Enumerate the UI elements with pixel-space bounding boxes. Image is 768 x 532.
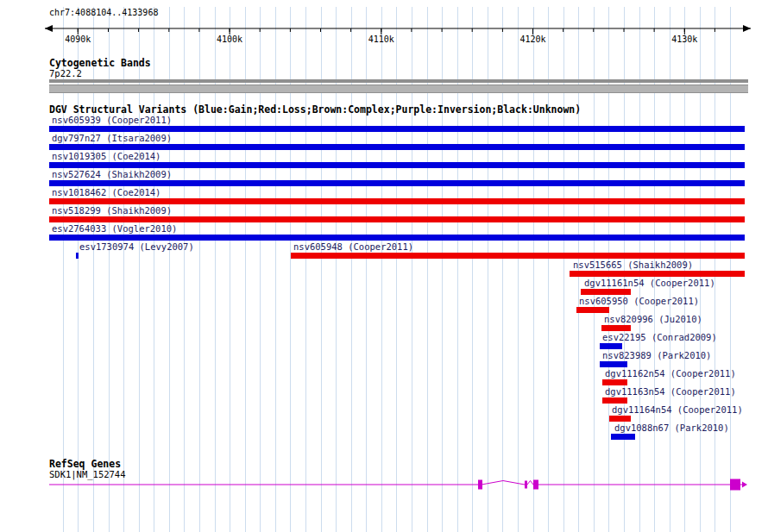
gene-exon[interactable] xyxy=(478,480,482,490)
variant-label-nsv518299[interactable]: nsv518299 (Shaikh2009) xyxy=(52,206,172,216)
gene-exon[interactable] xyxy=(525,481,527,489)
variant-bar-nsv605939[interactable] xyxy=(49,126,745,132)
variant-bar-esv1730974[interactable] xyxy=(76,253,79,259)
variant-label-esv22195[interactable]: esv22195 (Conrad2009) xyxy=(602,333,717,342)
ruler-tick-label: 4090k xyxy=(65,34,91,44)
variant-label-esv2764033[interactable]: esv2764033 (Vogler2010) xyxy=(52,224,177,234)
variant-bar-nsv527624[interactable] xyxy=(49,180,745,186)
cytoband-bar-top xyxy=(49,79,748,83)
variant-bar-dgv11163n54[interactable] xyxy=(602,397,627,404)
variant-bar-dgv1088n67[interactable] xyxy=(611,434,635,440)
variant-label-nsv515665[interactable]: nsv515665 (Shaikh2009) xyxy=(573,260,693,270)
variant-label-nsv1018462[interactable]: nsv1018462 (Coe2014) xyxy=(52,188,161,197)
variant-label-nsv605950[interactable]: nsv605950 (Cooper2011) xyxy=(579,297,699,306)
gene-direction-arrow-icon xyxy=(742,482,747,488)
cytoband-bar[interactable] xyxy=(49,84,748,93)
ruler-right-arrow-icon xyxy=(743,25,751,32)
ruler-tick-label: 4100k xyxy=(217,34,242,44)
variant-label-nsv823989[interactable]: nsv823989 (Park2010) xyxy=(602,351,711,360)
variant-label-dgv11164n54[interactable]: dgv11164n54 (Cooper2011) xyxy=(612,405,743,415)
variant-bar-dgv11161n54[interactable] xyxy=(581,289,631,295)
variant-bar-dgv11162n54[interactable] xyxy=(602,379,627,385)
ruler-tick-label: 4110k xyxy=(368,34,394,44)
variant-label-nsv605939[interactable]: nsv605939 (Cooper2011) xyxy=(52,116,172,125)
variant-bar-nsv515665[interactable] xyxy=(570,271,745,277)
variant-label-dgv11162n54[interactable]: dgv11162n54 (Cooper2011) xyxy=(605,369,736,379)
variant-bar-nsv518299[interactable] xyxy=(49,216,745,222)
variant-label-dgv11161n54[interactable]: dgv11161n54 (Cooper2011) xyxy=(584,279,715,288)
variant-bar-dgv797n27[interactable] xyxy=(49,144,745,150)
refseq-track-title: RefSeq Genes xyxy=(49,458,121,470)
variant-bar-dgv11164n54[interactable] xyxy=(609,416,631,422)
variant-bar-nsv820996[interactable] xyxy=(601,325,631,331)
variant-label-nsv605948[interactable]: nsv605948 (Cooper2011) xyxy=(293,242,413,252)
cytogenetic-bands-title: Cytogenetic Bands xyxy=(49,57,151,69)
variant-bar-esv2764033[interactable] xyxy=(49,235,745,241)
genome-browser-panel: chr7:4088104..4133968 4090k4100k4110k412… xyxy=(0,0,768,532)
ruler-left-arrow-icon xyxy=(45,25,53,32)
cytoband-name: 7p22.2 xyxy=(49,68,82,78)
variant-bar-esv22195[interactable] xyxy=(600,343,622,349)
gene-model-glyph[interactable] xyxy=(0,473,768,498)
ruler-tick-label: 4130k xyxy=(671,34,697,44)
region-label: chr7:4088104..4133968 xyxy=(49,8,158,17)
variant-label-nsv1019305[interactable]: nsv1019305 (Coe2014) xyxy=(52,152,161,161)
variant-label-dgv1088n67[interactable]: dgv1088n67 (Park2010) xyxy=(614,423,729,433)
variant-label-nsv527624[interactable]: nsv527624 (Shaikh2009) xyxy=(52,170,172,179)
variant-bar-nsv1018462[interactable] xyxy=(49,198,745,204)
gene-exon[interactable] xyxy=(533,480,538,490)
dgv-track-title: DGV Structural Variants (Blue:Gain;Red:L… xyxy=(49,103,581,116)
ruler-tick-label: 4120k xyxy=(519,34,545,44)
variant-bar-nsv605948[interactable] xyxy=(291,253,745,259)
variant-label-esv1730974[interactable]: esv1730974 (Levy2007) xyxy=(79,242,194,252)
coordinate-ruler: 4090k4100k4110k4120k4130k xyxy=(0,19,768,47)
variant-label-dgv797n27[interactable]: dgv797n27 (Itsara2009) xyxy=(52,134,172,143)
variant-bar-nsv605950[interactable] xyxy=(576,307,609,313)
gene-exon[interactable] xyxy=(730,479,740,491)
variant-bar-nsv823989[interactable] xyxy=(600,361,627,367)
variant-label-nsv820996[interactable]: nsv820996 (Ju2010) xyxy=(604,315,702,324)
variant-label-dgv11163n54[interactable]: dgv11163n54 (Cooper2011) xyxy=(605,387,736,397)
variant-bar-nsv1019305[interactable] xyxy=(49,162,745,168)
gene-intron-line xyxy=(49,481,745,485)
